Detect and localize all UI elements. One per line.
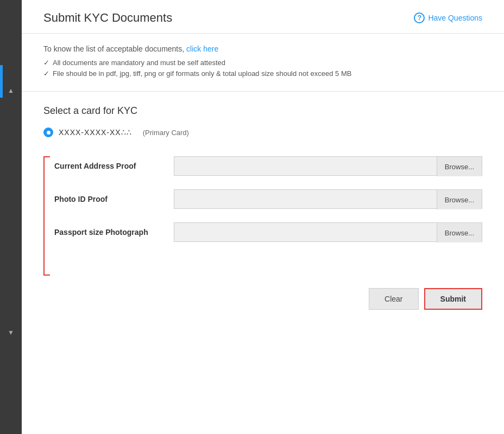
sidebar-accent	[0, 65, 3, 98]
help-label: Have Questions	[428, 14, 482, 22]
action-buttons: Clear Submit	[22, 277, 504, 321]
clear-button[interactable]: Clear	[369, 288, 418, 310]
checkmark-icon-2: ✓	[43, 69, 49, 78]
scroll-down-icon[interactable]: ▼	[8, 329, 14, 336]
file-input-field-passport[interactable]	[174, 223, 437, 241]
help-icon: ?	[414, 12, 425, 23]
browse-button-photoid[interactable]: Browse...	[437, 190, 482, 209]
file-input-field-photoid[interactable]	[174, 190, 437, 208]
required-bracket	[43, 156, 50, 276]
browse-button-address[interactable]: Browse...	[437, 157, 482, 176]
info-section: To know the list of acceptable documents…	[22, 34, 504, 92]
upload-row-address: Current Address Proof Browse...	[43, 156, 482, 176]
help-link[interactable]: ? Have Questions	[414, 12, 482, 23]
info-item-1: ✓ All documents are mandatory and must b…	[43, 59, 482, 67]
page-header: Submit KYC Documents ? Have Questions	[22, 0, 504, 34]
clickhere-link[interactable]: click here	[186, 44, 218, 53]
upload-label-photoid: Photo ID Proof	[54, 195, 174, 203]
radio-button[interactable]	[43, 127, 53, 137]
card-number: XXXX-XXXX-XX∴∴	[59, 128, 132, 137]
page-title: Submit KYC Documents	[43, 11, 172, 25]
file-input-field-address[interactable]	[174, 157, 437, 175]
card-radio-option[interactable]: XXXX-XXXX-XX∴∴ (Primary Card)	[43, 127, 482, 137]
kyc-section-title: Select a card for KYC	[43, 105, 482, 117]
sidebar: ▲ ▼	[0, 0, 22, 434]
clickhere-line: To know the list of acceptable documents…	[43, 44, 482, 53]
card-badge: (Primary Card)	[143, 129, 189, 137]
info-text-1: All documents are mandatory and must be …	[53, 59, 225, 67]
main-content: Submit KYC Documents ? Have Questions To…	[22, 0, 504, 434]
upload-section: Current Address Proof Browse... Photo ID…	[22, 151, 504, 266]
upload-row-passport: Passport size Photograph Browse...	[43, 222, 482, 242]
file-input-address: Browse...	[174, 156, 482, 176]
checkmark-icon-1: ✓	[43, 59, 49, 67]
radio-inner	[47, 131, 51, 135]
browse-button-passport[interactable]: Browse...	[437, 223, 482, 242]
kyc-section: Select a card for KYC XXXX-XXXX-XX∴∴ (Pr…	[22, 92, 504, 151]
file-input-photoid: Browse...	[174, 189, 482, 209]
upload-label-passport: Passport size Photograph	[54, 228, 174, 237]
clickhere-prefix: To know the list of acceptable documents…	[43, 44, 186, 53]
upload-row-photoid: Photo ID Proof Browse...	[43, 189, 482, 209]
upload-label-address: Current Address Proof	[54, 162, 174, 170]
submit-button[interactable]: Submit	[424, 288, 482, 310]
scroll-up-icon[interactable]: ▲	[8, 87, 14, 94]
file-input-passport: Browse...	[174, 222, 482, 242]
info-item-2: ✓ File should be in pdf, jpg, tiff, png …	[43, 69, 482, 78]
info-text-2: File should be in pdf, jpg, tiff, png or…	[53, 69, 351, 78]
